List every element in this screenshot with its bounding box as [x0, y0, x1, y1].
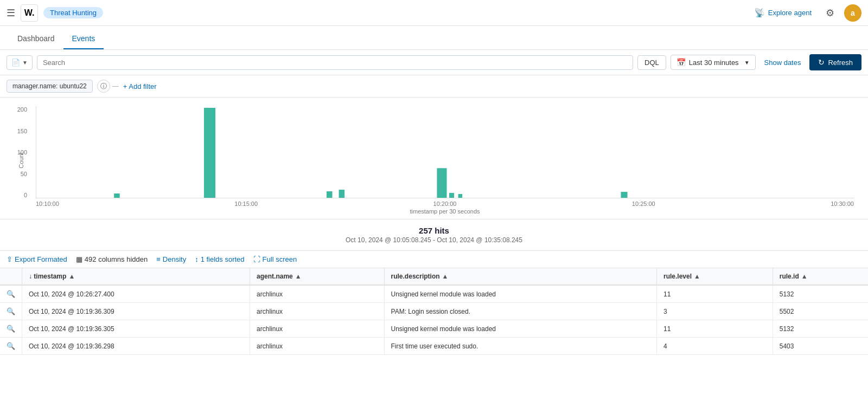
row-expand-cell[interactable]: 🔍: [0, 338, 22, 355]
refresh-button[interactable]: ↻ Refresh: [809, 54, 861, 70]
svg-rect-7: [621, 192, 628, 198]
x-label-1: 10:10:00: [36, 200, 59, 207]
agent-radio-icon: 📡: [754, 8, 765, 18]
density-button[interactable]: ≡ Density: [156, 255, 186, 263]
y-label-50: 50: [21, 171, 27, 177]
row-rule-description: PAM: Login session closed.: [384, 303, 656, 320]
expand-row-icon[interactable]: 🔍: [7, 325, 15, 333]
data-table-wrap: ↓ timestamp ▲ agent.name ▲ rule.descript…: [0, 268, 868, 355]
expand-row-icon[interactable]: 🔍: [7, 307, 15, 315]
row-expand-cell[interactable]: 🔍: [0, 285, 22, 303]
chart-area: 200 150 100 50 0 Count: [0, 98, 868, 219]
row-timestamp: Oct 10, 2024 @ 10:26:27.400: [22, 285, 250, 303]
filter-bar: manager.name: ubuntu22 ⓘ — + Add filter: [0, 75, 868, 98]
row-rule-description: Unsigned kernel module was loaded: [384, 285, 656, 303]
fullscreen-button[interactable]: ⛶ Full screen: [253, 255, 297, 263]
row-timestamp: Oct 10, 2024 @ 10:19:36.305: [22, 320, 250, 338]
gear-icon[interactable]: ⚙: [826, 7, 834, 19]
filter-controls: ⓘ —: [97, 80, 119, 93]
row-rule-id[interactable]: 5132: [773, 320, 868, 338]
add-filter-button[interactable]: + Add filter: [123, 82, 157, 90]
x-label-5: 10:30:00: [831, 200, 854, 207]
search-bar: 📄 ▼ DQL 📅 Last 30 minutes ▼ Show dates ↻…: [0, 50, 868, 75]
table-controls: ⇧ Export Formated ▦ 492 columns hidden ≡…: [0, 251, 868, 268]
svg-rect-6: [458, 194, 463, 198]
x-label-3: 10:20:00: [433, 200, 457, 207]
hits-range: Oct 10, 2024 @ 10:05:08.245 - Oct 10, 20…: [7, 236, 861, 244]
chart-svg: [36, 106, 854, 198]
expand-row-icon[interactable]: 🔍: [7, 290, 15, 298]
table-row: 🔍 Oct 10, 2024 @ 10:26:27.400 archlinux …: [0, 285, 868, 303]
svg-rect-3: [339, 190, 345, 198]
row-rule-id[interactable]: 5403: [773, 338, 868, 355]
app-tag: Threat Hunting: [43, 7, 103, 18]
x-axis-title: timestamp per 30 seconds: [36, 208, 854, 215]
sort-caret-icon: ▲: [442, 273, 449, 280]
svg-rect-0: [204, 108, 215, 198]
row-timestamp: Oct 10, 2024 @ 10:19:36.298: [22, 338, 250, 355]
row-agent-name[interactable]: archlinux: [250, 338, 384, 355]
th-rule-description[interactable]: rule.description ▲: [384, 268, 656, 285]
y-label-0: 0: [24, 192, 27, 198]
tab-dashboard[interactable]: Dashboard: [9, 29, 63, 49]
row-agent-name[interactable]: archlinux: [250, 320, 384, 338]
tab-events[interactable]: Events: [63, 29, 104, 49]
x-label-2: 10:15:00: [234, 200, 258, 207]
row-expand-cell[interactable]: 🔍: [0, 320, 22, 338]
fields-sorted-button[interactable]: ↕ 1 fields sorted: [195, 255, 244, 263]
columns-hidden-text: ▦ 492 columns hidden: [76, 255, 148, 263]
row-rule-level: 11: [657, 285, 773, 303]
calendar-icon: 📅: [676, 58, 686, 67]
row-rule-description: Unsigned kernel module was loaded: [384, 320, 656, 338]
expand-row-icon[interactable]: 🔍: [7, 342, 15, 350]
table-row: 🔍 Oct 10, 2024 @ 10:19:36.298 archlinux …: [0, 338, 868, 355]
density-icon: ≡: [156, 255, 161, 263]
export-button[interactable]: ⇧ Export Formated: [7, 255, 67, 263]
sort-caret-icon: ▲: [295, 273, 302, 280]
row-rule-description: First time user executed sudo.: [384, 338, 656, 355]
y-label-150: 150: [17, 128, 27, 134]
time-picker[interactable]: 📅 Last 30 minutes ▼: [671, 55, 756, 70]
chart-container: 200 150 100 50 0 Count: [9, 106, 859, 215]
show-dates-button[interactable]: Show dates: [760, 56, 806, 69]
row-rule-id[interactable]: 5132: [773, 285, 868, 303]
th-rule-id[interactable]: rule.id ▲: [773, 268, 868, 285]
row-expand-cell[interactable]: 🔍: [0, 303, 22, 320]
th-rule-level[interactable]: rule.level ▲: [657, 268, 773, 285]
search-input[interactable]: [43, 59, 627, 67]
svg-rect-2: [327, 191, 333, 198]
row-rule-id[interactable]: 5502: [773, 303, 868, 320]
dql-button[interactable]: DQL: [637, 55, 666, 70]
row-rule-level: 4: [657, 338, 773, 355]
logo-text: W.: [24, 8, 35, 18]
th-timestamp[interactable]: ↓ timestamp ▲: [22, 268, 250, 285]
hamburger-icon[interactable]: ☰: [7, 7, 15, 19]
y-axis-title: Count: [18, 152, 24, 168]
sort-icon: ↕: [195, 255, 199, 263]
svg-rect-1: [114, 193, 120, 198]
th-agent-name[interactable]: agent.name ▲: [250, 268, 384, 285]
chevron-down-icon: ▼: [744, 60, 750, 66]
columns-icon: ▦: [76, 255, 82, 263]
tabs-bar: Dashboard Events: [0, 26, 868, 50]
filter-info-button[interactable]: ⓘ: [97, 80, 110, 93]
sort-caret-icon: ▲: [68, 273, 75, 280]
table-row: 🔍 Oct 10, 2024 @ 10:19:36.305 archlinux …: [0, 320, 868, 338]
sort-caret-icon: ▲: [801, 273, 808, 280]
row-agent-name[interactable]: archlinux: [250, 303, 384, 320]
row-agent-name[interactable]: archlinux: [250, 285, 384, 303]
data-table: ↓ timestamp ▲ agent.name ▲ rule.descript…: [0, 268, 868, 355]
filter-chip[interactable]: manager.name: ubuntu22: [7, 80, 93, 93]
top-nav: ☰ W. Threat Hunting 📡 Explore agent ⚙ a: [0, 0, 868, 26]
sort-down-icon: ↓: [29, 273, 32, 280]
row-timestamp: Oct 10, 2024 @ 10:19:36.309: [22, 303, 250, 320]
chart-x-labels: 10:10:00 10:15:00 10:20:00 10:25:00 10:3…: [36, 198, 854, 207]
search-type-button[interactable]: 📄 ▼: [7, 55, 33, 70]
table-row: 🔍 Oct 10, 2024 @ 10:19:36.309 archlinux …: [0, 303, 868, 320]
user-avatar[interactable]: a: [844, 4, 861, 22]
explore-agent-link[interactable]: 📡 Explore agent: [754, 8, 812, 18]
search-input-wrap[interactable]: [37, 55, 633, 70]
filter-icon: 📄: [11, 59, 20, 67]
row-rule-level: 3: [657, 303, 773, 320]
th-expand: [0, 268, 22, 285]
